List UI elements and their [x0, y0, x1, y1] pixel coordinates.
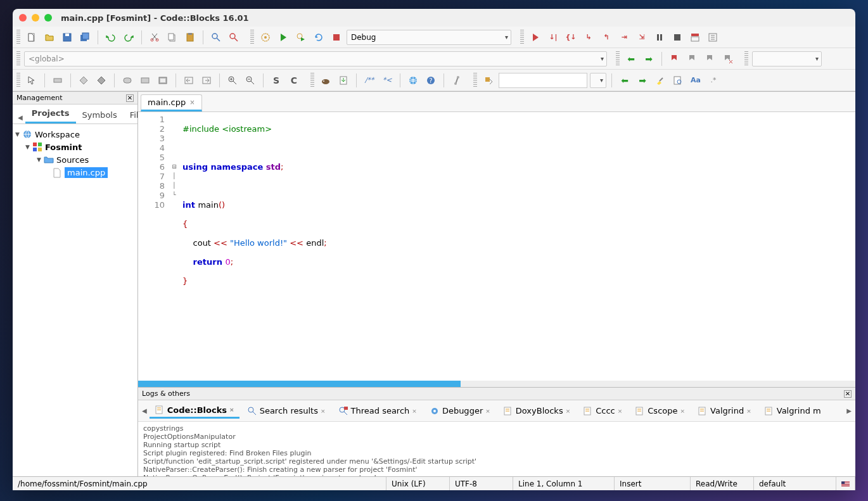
logs-tab-valgrind-m[interactable]: Valgrind m [759, 404, 826, 418]
extract-doc-button[interactable] [336, 73, 351, 88]
copy-button[interactable] [165, 30, 180, 45]
tree-workspace[interactable]: ▼Workspace [15, 128, 135, 141]
chart-button[interactable]: C [286, 73, 302, 88]
tab-symbols[interactable]: Symbols [76, 106, 124, 124]
step-out-button[interactable]: ↰ [599, 30, 614, 45]
prev-search-button[interactable]: ⬅ [617, 73, 632, 88]
find-in-files-button[interactable] [670, 73, 686, 88]
block-button[interactable] [155, 73, 170, 88]
match-case-button[interactable]: Aa [688, 73, 703, 88]
titlebar[interactable]: main.cpp [Fosmint] - Code::Blocks 16.01 [13, 9, 855, 27]
debugging-windows-button[interactable] [687, 30, 703, 45]
block-comment-button[interactable]: /** [362, 73, 377, 88]
open-file-button[interactable] [42, 30, 57, 45]
regex-button[interactable]: .* [706, 73, 721, 88]
highlight-button[interactable] [653, 73, 668, 88]
goto-combo[interactable] [590, 73, 606, 88]
redo-button[interactable] [121, 30, 136, 45]
undo-button[interactable] [103, 30, 118, 45]
various-info-button[interactable] [705, 30, 720, 45]
tree-folder-sources[interactable]: ▼Sources [15, 153, 135, 166]
abort-button[interactable] [329, 30, 344, 45]
build-button[interactable] [258, 30, 273, 45]
chm-help-button[interactable]: ? [423, 73, 438, 88]
fold-gutter[interactable]: ⊟││└ [170, 112, 179, 381]
zoom-out-button[interactable] [243, 73, 258, 88]
break-button[interactable] [652, 30, 667, 45]
logs-tab-cccc[interactable]: Cccc× [578, 404, 627, 418]
bookmark-clear-button[interactable] [720, 51, 736, 67]
editor-tab-maincpp[interactable]: main.cpp× [141, 94, 202, 111]
build-target-combo[interactable]: Debug [347, 30, 511, 45]
logs-tab-debugger[interactable]: Debugger× [424, 404, 495, 418]
exit-button[interactable] [199, 73, 214, 88]
counting-loop-button[interactable] [137, 73, 153, 88]
logs-tab-valgrind[interactable]: Valgrind× [692, 404, 756, 418]
stop-debugger-button[interactable] [670, 30, 685, 45]
run-button[interactable] [276, 30, 291, 45]
logs-body[interactable]: copystrings ProjectOptionsManipulator Ru… [138, 422, 855, 476]
goto-input[interactable] [499, 73, 587, 88]
tree-file-maincpp[interactable]: main.cpp [15, 166, 135, 179]
rebuild-button[interactable] [311, 30, 326, 45]
build-run-button[interactable] [293, 30, 309, 45]
tab-projects[interactable]: Projects [25, 105, 76, 124]
toolbar-grip[interactable] [520, 30, 524, 45]
jump-back-button[interactable]: ⬅ [623, 51, 639, 67]
logs-tab-search[interactable]: Search results× [242, 404, 331, 418]
paste-button[interactable] [182, 30, 198, 45]
run-to-cursor-button[interactable]: ↓| [546, 30, 561, 45]
bookmark-next-button[interactable] [703, 51, 718, 67]
find-button[interactable] [208, 30, 224, 45]
logs-tab-scroll-right[interactable]: ▶ [846, 407, 852, 414]
find-replace-button[interactable] [226, 30, 241, 45]
next-line-button[interactable]: {↓ [563, 30, 578, 45]
toolbar-grip[interactable] [16, 30, 20, 45]
toolbar-grip[interactable] [250, 30, 254, 45]
toolbar-grip[interactable] [16, 51, 20, 67]
cut-button[interactable] [147, 30, 162, 45]
abbrev-button[interactable] [481, 73, 496, 88]
toolbar-grip[interactable] [616, 51, 620, 67]
instruction-button[interactable] [50, 73, 65, 88]
save-all-button[interactable] [77, 30, 93, 45]
bookmark-toggle-button[interactable] [667, 51, 682, 67]
logs-tab-cscope[interactable]: Cscope× [630, 404, 690, 418]
bookmark-prev-button[interactable] [685, 51, 700, 67]
extra-combo[interactable] [752, 51, 822, 67]
toolbar-grip[interactable] [310, 73, 314, 88]
html-help-button[interactable] [405, 73, 421, 88]
next-instruction-button[interactable]: ⇥ [616, 30, 632, 45]
step-into-button[interactable]: ↳ [581, 30, 596, 45]
toolbar-grip[interactable] [744, 51, 748, 67]
loop-button[interactable] [120, 73, 135, 88]
decision-button[interactable] [76, 73, 91, 88]
logs-tab-doxyblocks[interactable]: DoxyBlocks× [498, 404, 575, 418]
save-button[interactable] [60, 30, 75, 45]
logs-tab-threadsearch[interactable]: Thread search× [333, 404, 422, 418]
code-editor[interactable]: 12345678910 ⊟││└ #include <iostream> usi… [138, 112, 855, 381]
editor-hscroll[interactable] [138, 381, 855, 387]
jump-forward-button[interactable]: ➡ [641, 51, 656, 67]
debug-continue-button[interactable] [528, 30, 543, 45]
zoom-in-button[interactable] [225, 73, 240, 88]
minimize-window-button[interactable] [32, 14, 39, 22]
toolbar-grip[interactable] [473, 73, 477, 88]
source-button[interactable]: S [269, 73, 284, 88]
status-lang-icon[interactable] [836, 477, 855, 490]
next-search-button[interactable]: ➡ [635, 73, 650, 88]
logs-tab-scroll-left[interactable]: ◀ [142, 407, 147, 414]
select-button[interactable] [24, 73, 39, 88]
management-close-button[interactable]: ✕ [126, 94, 134, 102]
line-comment-button[interactable]: *< [380, 73, 395, 88]
settings-button[interactable] [449, 73, 464, 88]
return-button[interactable] [181, 73, 196, 88]
tab-scroll-left[interactable]: ◀ [15, 111, 25, 124]
logs-close-button[interactable]: ✕ [844, 390, 852, 398]
scope-combo[interactable]: <global> [24, 51, 607, 67]
toolbar-grip[interactable] [16, 73, 20, 88]
step-into-instruction-button[interactable]: ⇲ [634, 30, 649, 45]
editor-tab-close[interactable]: × [189, 99, 195, 106]
tree-project[interactable]: ▼Fosmint [15, 141, 135, 153]
doxyblocks-button[interactable] [318, 73, 333, 88]
